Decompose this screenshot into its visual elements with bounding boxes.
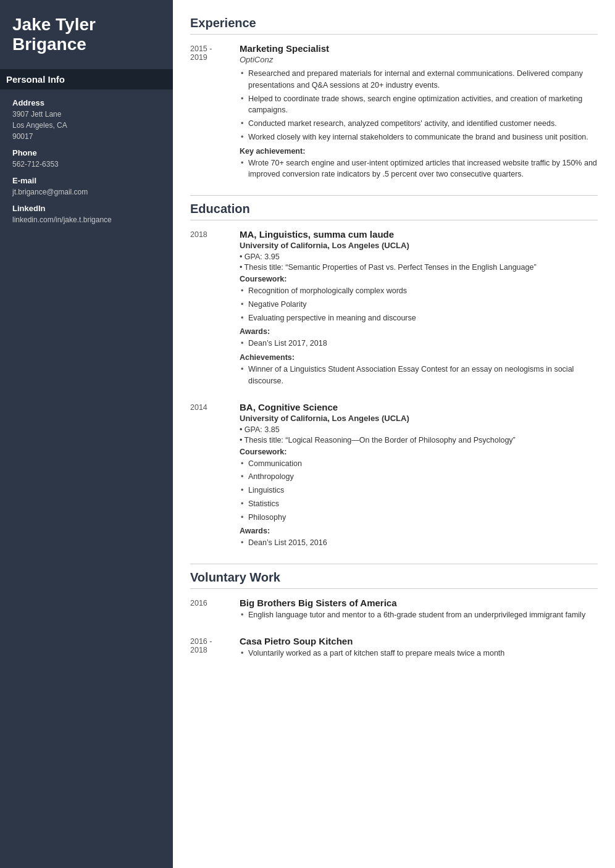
key-achievement-bullets: Wrote 70+ search engine and user-intent … [240,157,598,181]
voluntary-entry-0: 2016 Big Brothers Big Sisters of America… [190,598,598,625]
bullet-item: Conducted market research, analyzed comp… [240,118,598,130]
voluntary-section-title: Voluntary Work [190,570,598,589]
experience-year-0: 2015 -2019 [190,43,240,184]
section-divider-2 [190,564,598,564]
awards-list-1: Dean’s List 2015, 2016 [240,537,598,549]
coursework-list-1: Communication Anthropology Linguistics S… [240,458,598,524]
bullet-item: Philosophy [240,512,598,524]
candidate-name: Jake Tyler Brigance [12,15,161,54]
education-degree-1: BA, Cognitive Science [240,402,598,412]
linkedin-label: LinkedIn [12,204,161,213]
experience-bullets-0: Researched and prepared materials for in… [240,68,598,143]
coursework-label-0: Coursework: [240,275,598,283]
section-divider [190,195,598,196]
awards-label-0: Awards: [240,327,598,336]
experience-org-0: OptiConz [240,55,598,64]
achievements-list-0: Winner of a Linguistics Student Associat… [240,364,598,387]
voluntary-org-1: Casa Pietro Soup Kitchen [240,636,598,646]
email-value: jt.brigance@gmail.com [12,186,161,198]
voluntary-entry-1: 2016 -2018 Casa Pietro Soup Kitchen Volu… [190,636,598,663]
bullet-item: Helped to coordinate trade shows, search… [240,93,598,117]
awards-label-1: Awards: [240,527,598,535]
education-content-1: BA, Cognitive Science University of Cali… [240,402,598,553]
education-org-0: University of California, Los Angeles (U… [240,241,598,250]
phone-label: Phone [12,148,161,157]
education-gpa-0: • GPA: 3.95 [240,252,598,261]
voluntary-content-1: Casa Pietro Soup Kitchen Voluntarily wor… [240,636,598,663]
bullet-item: Winner of a Linguistics Student Associat… [240,364,598,387]
achievements-label-0: Achievements: [240,353,598,362]
bullet-item: English language tutor and mentor to a 6… [240,609,598,621]
education-degree-0: MA, Linguistics, summa cum laude [240,229,598,240]
address-line-1: 3907 Jett Lane [12,109,161,120]
address-line-2: Los Angeles, CA [12,120,161,131]
bullet-item: Communication [240,458,598,470]
experience-entry-0: 2015 -2019 Marketing Specialist OptiConz… [190,43,598,184]
bullet-item: Linguistics [240,485,598,496]
bullet-item: Dean’s List 2017, 2018 [240,338,598,349]
coursework-label-1: Coursework: [240,448,598,456]
education-year-1: 2014 [190,402,240,553]
bullet-item: Dean’s List 2015, 2016 [240,537,598,549]
key-achievement-label: Key achievement: [240,147,598,156]
voluntary-org-0: Big Brothers Big Sisters of America [240,598,598,608]
voluntary-bullets-0: English language tutor and mentor to a 6… [240,609,598,621]
awards-list-0: Dean’s List 2017, 2018 [240,338,598,349]
education-content-0: MA, Linguistics, summa cum laude Univers… [240,229,598,391]
bullet-item: Worked closely with key internal stakeho… [240,131,598,143]
personal-info-section-title: Personal Info [0,69,173,90]
bullet-item: Recognition of morphologically complex w… [240,285,598,297]
linkedin-value: linkedin.com/in/jake.t.brigance [12,214,161,225]
education-org-1: University of California, Los Angeles (U… [240,414,598,423]
education-gpa-1: • GPA: 3.85 [240,425,598,434]
phone-value: 562-712-6353 [12,159,161,170]
education-year-0: 2018 [190,229,240,391]
sidebar: Jake Tyler Brigance Personal Info Addres… [0,0,173,868]
bullet-item: Negative Polarity [240,299,598,311]
education-thesis-1: • Thesis title: “Logical Reasoning—On th… [240,436,598,444]
experience-content-0: Marketing Specialist OptiConz Researched… [240,43,598,184]
voluntary-content-0: Big Brothers Big Sisters of America Engl… [240,598,598,625]
voluntary-year-1: 2016 -2018 [190,636,240,663]
education-entry-0: 2018 MA, Linguistics, summa cum laude Un… [190,229,598,391]
bullet-item: Wrote 70+ search engine and user-intent … [240,157,598,181]
experience-section-title: Experience [190,16,598,35]
email-label: E-mail [12,176,161,185]
bullet-item: Statistics [240,498,598,510]
bullet-item: Researched and prepared materials for in… [240,68,598,91]
voluntary-year-0: 2016 [190,598,240,625]
bullet-item: Evaluating perspective in meaning and di… [240,312,598,324]
education-thesis-0: • Thesis title: “Semantic Properties of … [240,263,598,272]
main-content: Experience 2015 -2019 Marketing Speciali… [173,0,615,868]
voluntary-bullets-1: Voluntarily worked as a part of kitchen … [240,648,598,659]
coursework-list-0: Recognition of morphologically complex w… [240,285,598,323]
bullet-item: Voluntarily worked as a part of kitchen … [240,648,598,659]
bullet-item: Anthropology [240,471,598,483]
address-line-3: 90017 [12,131,161,142]
education-entry-1: 2014 BA, Cognitive Science University of… [190,402,598,553]
education-section-title: Education [190,202,598,220]
address-label: Address [12,98,161,107]
experience-title-0: Marketing Specialist [240,43,598,54]
